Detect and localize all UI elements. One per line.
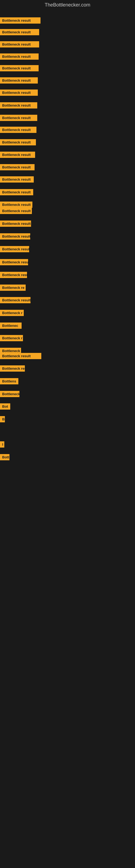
bottleneck-label-17: Bottleneck result — [0, 208, 32, 214]
bottleneck-label-6: Bottleneck result — [0, 77, 38, 84]
bottleneck-item-17[interactable]: Bottleneck result — [0, 208, 32, 215]
bottleneck-label-19: Bottleneck result — [0, 233, 30, 240]
bottleneck-item-10[interactable]: Bottleneck result — [0, 127, 37, 134]
bottleneck-item-18[interactable]: Bottleneck result — [0, 220, 31, 228]
bottleneck-label-26: Bottlenec — [0, 322, 21, 329]
bottleneck-label-1: Bottleneck result — [0, 18, 41, 24]
bottleneck-item-30[interactable]: Bottleneck res — [0, 365, 25, 373]
bottleneck-item-32[interactable]: Bottleneck — [0, 391, 19, 398]
bottleneck-item-11[interactable]: Bottleneck result — [0, 139, 36, 147]
bottleneck-label-22: Bottleneck result — [0, 272, 27, 278]
bottleneck-label-8: Bottleneck result — [0, 102, 37, 108]
bottleneck-item-21[interactable]: Bottleneck result — [0, 259, 28, 267]
bottleneck-item-36[interactable]: Bott — [0, 454, 9, 461]
bottleneck-label-31: Bottlens — [0, 378, 18, 384]
bottleneck-label-7: Bottleneck result — [0, 90, 38, 96]
bottleneck-item-23[interactable]: Bottleneck re — [0, 284, 26, 292]
bottleneck-item-31[interactable]: Bottlens — [0, 378, 18, 385]
bottleneck-label-16: Bottleneck result — [0, 202, 32, 208]
bottleneck-label-14: Bottleneck result — [0, 176, 34, 183]
bottleneck-label-13: Bottleneck result — [0, 164, 35, 170]
bottleneck-item-14[interactable]: Bottleneck result — [0, 176, 34, 184]
bottleneck-label-18: Bottleneck result — [0, 220, 31, 227]
bottleneck-label-32: Bottleneck — [0, 391, 19, 397]
bottleneck-label-29: Bottleneck result — [0, 353, 41, 359]
bottleneck-item-15[interactable]: Bottleneck result — [0, 189, 33, 196]
bottleneck-item-8[interactable]: Bottleneck result — [0, 102, 37, 110]
bottleneck-label-10: Bottleneck result — [0, 127, 37, 133]
bottleneck-label-24: Bottleneck result — [0, 297, 31, 303]
bottleneck-label-2: Bottleneck result — [0, 29, 39, 35]
bottleneck-label-9: Bottleneck result — [0, 115, 37, 121]
bottleneck-label-4: Bottleneck result — [0, 54, 39, 60]
bottleneck-label-36: Bott — [0, 454, 9, 460]
bottleneck-item-33[interactable]: Bot — [0, 403, 10, 411]
bottleneck-item-7[interactable]: Bottleneck result — [0, 90, 38, 97]
bottleneck-label-35: I — [0, 441, 4, 447]
bottleneck-label-23: Bottleneck re — [0, 284, 26, 291]
bottleneck-label-30: Bottleneck res — [0, 365, 25, 372]
bottleneck-item-35[interactable]: I — [0, 441, 4, 448]
bottleneck-item-27[interactable]: Bottleneck r — [0, 335, 23, 342]
bottleneck-item-26[interactable]: Bottlenec — [0, 322, 21, 330]
bottleneck-label-34: B — [0, 416, 5, 422]
bottleneck-label-21: Bottleneck result — [0, 259, 28, 265]
site-title: TheBottlenecker.com — [0, 0, 135, 10]
bottleneck-item-22[interactable]: Bottleneck result — [0, 272, 27, 279]
bottleneck-item-34[interactable]: B — [0, 416, 5, 424]
bottleneck-label-15: Bottleneck result — [0, 189, 33, 195]
bottleneck-label-25: Bottleneck r — [0, 310, 24, 316]
bottleneck-item-24[interactable]: Bottleneck result — [0, 297, 31, 304]
bottleneck-item-4[interactable]: Bottleneck result — [0, 54, 39, 61]
bottleneck-item-6[interactable]: Bottleneck result — [0, 77, 38, 85]
bottleneck-item-25[interactable]: Bottleneck r — [0, 310, 24, 317]
bottleneck-item-9[interactable]: Bottleneck result — [0, 115, 37, 122]
bottleneck-item-19[interactable]: Bottleneck result — [0, 233, 30, 241]
bottleneck-item-29[interactable]: Bottleneck result — [0, 353, 41, 360]
bottleneck-item-13[interactable]: Bottleneck result — [0, 164, 35, 172]
bottleneck-item-12[interactable]: Bottleneck result — [0, 152, 35, 159]
bottleneck-label-12: Bottleneck result — [0, 152, 35, 158]
bottleneck-item-2[interactable]: Bottleneck result — [0, 29, 39, 36]
bottleneck-label-20: Bottleneck result — [0, 246, 29, 252]
bottleneck-label-27: Bottleneck r — [0, 335, 23, 341]
bottleneck-label-33: Bot — [0, 403, 10, 410]
bottleneck-label-5: Bottleneck result — [0, 65, 39, 71]
bottleneck-label-11: Bottleneck result — [0, 139, 36, 145]
bottleneck-item-5[interactable]: Bottleneck result — [0, 65, 39, 72]
bottleneck-item-3[interactable]: Bottleneck result — [0, 41, 39, 49]
bottleneck-item-20[interactable]: Bottleneck result — [0, 246, 29, 253]
bottleneck-label-3: Bottleneck result — [0, 41, 39, 48]
bottleneck-item-1[interactable]: Bottleneck result — [0, 18, 41, 25]
